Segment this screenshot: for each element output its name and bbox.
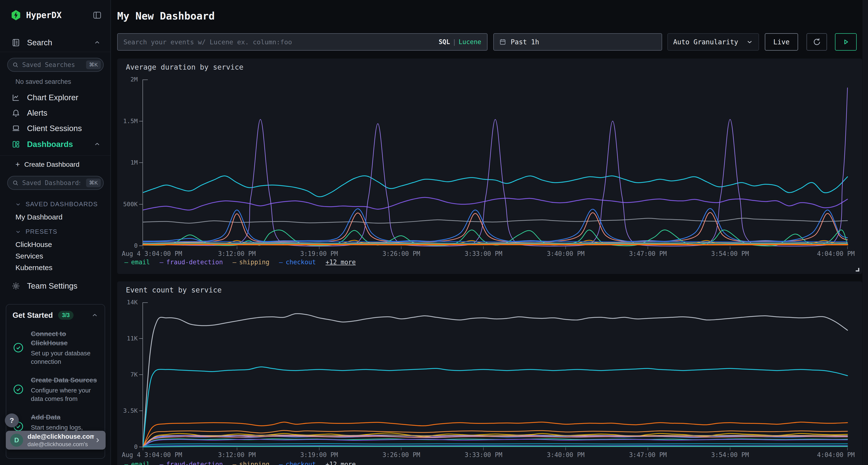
presets-section-header[interactable]: PRESETS: [15, 228, 57, 235]
sidebar-item-label: Team Settings: [27, 281, 78, 291]
granularity-select[interactable]: Auto Granularity: [668, 33, 759, 51]
chevron-up-icon[interactable]: [94, 141, 101, 148]
chart-plot-area[interactable]: 0500K1M1.5M2MAug 4 3:04:00 PM3:12:00 PM3…: [143, 79, 847, 246]
language-lucene-toggle[interactable]: Lucene: [459, 38, 481, 45]
x-tick-mark: [648, 246, 648, 249]
y-axis-cap: [143, 302, 148, 303]
x-tick-mark: [319, 246, 319, 249]
legend-item-shipping[interactable]: —shipping: [232, 259, 269, 266]
series-blue-low: [143, 241, 847, 242]
legend-more-link[interactable]: +12 more: [326, 461, 355, 465]
legend-item-email[interactable]: —email: [124, 259, 150, 266]
granularity-value: Auto Granularity: [673, 38, 738, 46]
check-circle-icon: [12, 384, 24, 395]
legend-item-fraud-detection[interactable]: —fraud-detection: [160, 259, 223, 266]
y-tick-label: 0: [114, 443, 138, 450]
y-tick-mark: [139, 447, 143, 447]
x-tick-mark: [730, 447, 730, 450]
saved-dashboards-input[interactable]: ⌘K: [7, 176, 104, 190]
saved-dashboards-field[interactable]: [22, 179, 80, 187]
y-tick-label: 0: [114, 242, 138, 249]
legend-swatch: —: [160, 259, 163, 266]
collapse-sidebar-icon[interactable]: [92, 10, 102, 20]
legend-more-link[interactable]: +12 more: [326, 259, 355, 266]
chevron-right-icon: [94, 437, 101, 444]
legend-item-checkout[interactable]: —checkout: [279, 259, 316, 266]
y-axis-cap: [143, 79, 148, 80]
sidebar-item-kubernetes[interactable]: Kubernetes: [16, 264, 52, 272]
legend-swatch: —: [279, 259, 283, 266]
x-tick-label: 3:33:00 PM: [439, 250, 528, 257]
sidebar-item-dashboards[interactable]: Dashboards: [11, 140, 101, 149]
x-tick-label: 3:40:00 PM: [521, 451, 610, 459]
x-tick-label: Aug 4 3:04:00 PM: [122, 250, 182, 257]
search-icon: [12, 179, 19, 186]
get-started-item-connect[interactable]: Connect to ClickHouse Set up your databa…: [12, 329, 98, 366]
scrollbar[interactable]: [863, 0, 868, 465]
y-tick-label: 2M: [114, 76, 138, 83]
gear-icon: [11, 281, 21, 290]
event-search-bar[interactable]: SQL|Lucene: [117, 33, 488, 51]
x-tick-mark: [730, 246, 730, 249]
sidebar-item-my-dashboard[interactable]: My Dashboard: [16, 213, 62, 221]
y-tick-mark: [139, 204, 143, 204]
event-search-input[interactable]: [123, 38, 439, 46]
help-button[interactable]: ?: [5, 413, 19, 427]
chart-title: Average duration by service: [126, 63, 244, 71]
x-tick-label: 3:26:00 PM: [356, 451, 446, 459]
refresh-button[interactable]: [807, 33, 827, 51]
x-tick-label: 3:54:00 PM: [685, 250, 775, 257]
live-button[interactable]: Live: [765, 33, 798, 51]
legend-swatch: —: [232, 461, 236, 465]
legend-swatch: —: [160, 461, 163, 465]
run-query-button[interactable]: [835, 33, 857, 51]
search-icon: [12, 61, 19, 68]
sidebar-item-team-settings[interactable]: Team Settings: [11, 281, 101, 291]
sidebar-item-services[interactable]: Services: [16, 252, 43, 260]
x-tick-mark: [565, 246, 566, 249]
language-sql-toggle[interactable]: SQL: [439, 38, 450, 45]
chevron-down-icon: [746, 38, 753, 45]
panel-resize-handle[interactable]: [856, 268, 859, 271]
x-tick-label: 3:19:00 PM: [275, 451, 364, 459]
chart-title: Event count by service: [126, 286, 222, 294]
avatar: D: [10, 434, 23, 447]
legend-item-email[interactable]: —email: [124, 461, 150, 465]
legend-item-fraud-detection[interactable]: —fraud-detection: [160, 461, 223, 465]
y-tick-label: 3.5K: [114, 407, 138, 414]
x-tick-label: 3:12:00 PM: [192, 451, 282, 459]
y-axis-line: [143, 302, 143, 447]
create-dashboard-button[interactable]: + Create Dashboard: [16, 160, 101, 169]
chevron-up-icon[interactable]: [91, 312, 98, 319]
x-tick-mark: [483, 246, 484, 249]
legend-swatch: —: [124, 461, 128, 465]
x-tick-mark: [648, 447, 648, 450]
legend-label: checkout: [286, 461, 316, 465]
saved-searches-input[interactable]: ⌘K: [7, 58, 104, 72]
legend-label: checkout: [286, 259, 316, 266]
saved-searches-field[interactable]: [22, 61, 80, 68]
shortcut-badge: ⌘K: [86, 61, 101, 69]
legend-label: email: [131, 259, 150, 266]
saved-dashboards-section-header[interactable]: SAVED DASHBOARDS: [15, 200, 98, 208]
sidebar-item-alerts[interactable]: Alerts: [11, 108, 101, 118]
chevron-up-icon[interactable]: [94, 39, 101, 46]
time-range-picker[interactable]: Past 1h: [493, 33, 662, 51]
legend-item-shipping[interactable]: —shipping: [232, 461, 269, 465]
sidebar-item-chart-explorer[interactable]: Chart Explorer: [11, 93, 101, 102]
get-started-item-desc: Configure where your data comes from: [31, 386, 97, 403]
x-tick-mark: [237, 447, 237, 450]
x-tick-label: 3:19:00 PM: [275, 250, 364, 257]
legend-label: email: [131, 461, 150, 465]
series-checkout: [143, 208, 847, 241]
sidebar-item-clickhouse[interactable]: ClickHouse: [16, 240, 52, 248]
get-started-item-sources[interactable]: Create Data Sources Configure where your…: [12, 376, 98, 403]
y-axis-line: [143, 79, 143, 246]
get-started-header[interactable]: Get Started 3/3: [12, 311, 98, 320]
chevron-down-icon: [15, 201, 21, 207]
sidebar-item-client-sessions[interactable]: Client Sessions: [11, 124, 101, 133]
chart-plot-area[interactable]: 03.5K7K11K14KAug 4 3:04:00 PM3:12:00 PM3…: [143, 302, 847, 447]
sidebar-item-search[interactable]: Search: [11, 38, 101, 47]
user-menu[interactable]: D dale@clickhouse.com dale@clickhouse.co…: [6, 431, 105, 450]
legend-item-checkout[interactable]: —checkout: [279, 461, 316, 465]
